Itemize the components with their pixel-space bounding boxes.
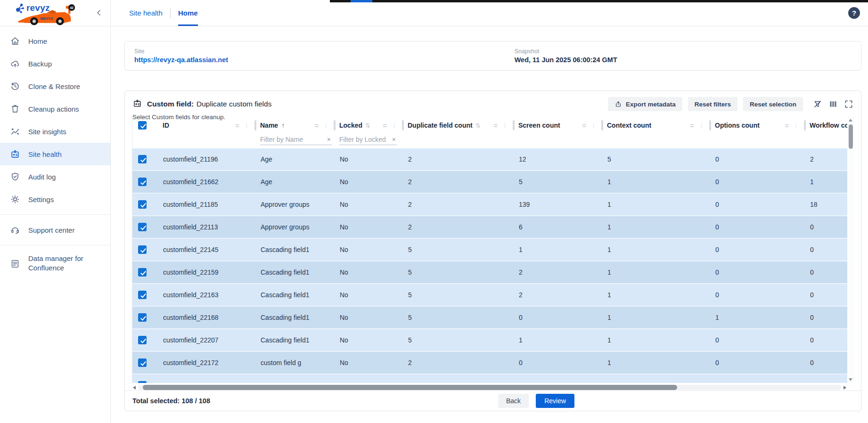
table-row[interactable]: customfield_21662 Age No 2 5 1 0 1	[132, 171, 847, 194]
columns-icon[interactable]	[828, 99, 838, 109]
row-checkbox[interactable]	[138, 268, 147, 277]
column-menu-icon[interactable]: ⋮	[590, 122, 597, 129]
row-checkbox[interactable]	[138, 291, 147, 299]
horizontal-scrollbar[interactable]	[132, 384, 847, 391]
row-checkbox[interactable]	[138, 381, 147, 383]
cell-locked: No	[334, 194, 402, 215]
cell-workflow-count: 0	[804, 284, 847, 306]
table-row[interactable]: customfield_21196 Age No 2 12 5 0 2	[132, 148, 847, 171]
horizontal-scroll-thumb[interactable]	[143, 385, 677, 390]
sidebar-item-site-insights[interactable]: Site insights	[0, 120, 110, 143]
locked-filter-input[interactable]	[339, 136, 385, 143]
column-menu-icon[interactable]: ⋮	[391, 122, 397, 129]
header-screen-count[interactable]: Screen count =⋮	[513, 117, 601, 134]
name-filter-input[interactable]	[260, 136, 321, 143]
table-row[interactable]: customfield_22113 Approver groups No 2 6…	[132, 216, 847, 239]
sort-ascending-icon[interactable]: ↑	[281, 122, 285, 129]
clear-filter-icon[interactable]: ×	[392, 136, 397, 143]
row-checkbox[interactable]	[138, 200, 147, 209]
column-menu-icon[interactable]: ⋮	[793, 122, 799, 129]
sidebar-item-audit-log[interactable]: Audit log	[0, 165, 110, 188]
column-menu-icon[interactable]: ⋮	[244, 122, 250, 129]
table-row[interactable]: customfield_22145 Cascading field1 No 5 …	[132, 239, 847, 261]
question-icon: ?	[852, 9, 856, 17]
sort-both-icon[interactable]: ⇅	[365, 122, 370, 129]
row-checkbox-cell	[132, 329, 157, 351]
header-id[interactable]: ID =⋮	[157, 117, 254, 134]
table-row[interactable]: customfield_22163 Cascading field1 No 5 …	[132, 284, 847, 307]
tab-home[interactable]: Home	[178, 0, 198, 26]
horizontal-scroll-track[interactable]	[138, 385, 841, 390]
table-row[interactable]: customfield_22172 custom field g No 2 0 …	[132, 352, 847, 374]
header-locked[interactable]: Locked ⇅ =⋮	[334, 117, 402, 134]
back-button[interactable]: Back	[498, 394, 529, 408]
column-menu-icon[interactable]: ⋮	[698, 122, 704, 129]
table-row[interactable]	[132, 374, 847, 383]
vertical-scrollbar[interactable]	[848, 117, 854, 383]
row-checkbox-cell	[132, 216, 157, 238]
tab-site-health[interactable]: Site health	[129, 0, 163, 26]
sidebar-item-clone-restore[interactable]: Clone & Restore	[0, 75, 110, 98]
header-duplicate-field-count[interactable]: Duplicate field count ⇅ =⋮	[402, 117, 513, 134]
sidebar-collapse-button[interactable]	[93, 8, 105, 19]
row-checkbox[interactable]	[138, 313, 147, 322]
table-row[interactable]: customfield_22159 Cascading field1 No 5 …	[132, 261, 847, 284]
column-resize-handle[interactable]: =	[785, 122, 789, 130]
sidebar-item-support-center[interactable]: Support center	[0, 219, 110, 241]
sidebar-item-backup[interactable]: Backup	[0, 52, 110, 75]
column-resize-handle[interactable]: =	[383, 122, 387, 130]
scroll-down-arrow-icon[interactable]	[849, 378, 852, 381]
column-menu-icon[interactable]: ⋮	[502, 122, 508, 129]
vertical-scroll-thumb[interactable]	[849, 124, 853, 149]
table-row[interactable]: customfield_21185 Approver groups No 2 1…	[132, 194, 847, 216]
home-icon	[10, 36, 20, 46]
snapshot-label: Snapshot	[515, 48, 617, 55]
scroll-up-arrow-icon[interactable]	[849, 119, 852, 122]
cell-name: Cascading field1	[254, 239, 334, 260]
scroll-left-arrow-icon[interactable]	[133, 386, 136, 390]
reset-filters-button[interactable]: Reset filters	[688, 97, 737, 111]
column-resize-handle[interactable]: =	[235, 122, 239, 130]
site-url-link[interactable]: https://revyz-qa.atlassian.net	[134, 56, 515, 64]
select-all-checkbox[interactable]	[138, 121, 147, 130]
tab-separator	[170, 8, 171, 18]
cell-locked: No	[334, 284, 402, 306]
sidebar-item-data-manager-confluence[interactable]: Data manager for Confluence	[0, 249, 110, 277]
table-row[interactable]: customfield_22168 Cascading field1 No 5 …	[132, 307, 847, 329]
sidebar-item-site-health[interactable]: Site health	[0, 143, 110, 165]
column-resize-handle[interactable]: =	[690, 122, 694, 130]
row-checkbox[interactable]	[138, 223, 147, 231]
row-checkbox[interactable]	[138, 245, 147, 254]
header-workflow-count[interactable]: Workflow count	[804, 117, 847, 134]
sidebar-item-settings[interactable]: Settings	[0, 188, 110, 211]
sidebar-item-cleanup-actions[interactable]: Cleanup actions	[0, 98, 110, 120]
column-resize-handle[interactable]: =	[582, 122, 586, 130]
cell-options-count: 0	[709, 239, 804, 260]
help-button[interactable]: ?	[848, 7, 860, 19]
expand-icon[interactable]	[844, 99, 853, 109]
chevron-left-icon	[94, 8, 104, 17]
scroll-right-arrow-icon[interactable]	[843, 386, 846, 390]
column-resize-handle[interactable]: =	[493, 122, 498, 130]
row-checkbox[interactable]	[138, 336, 147, 344]
sidebar-item-label: Support center	[28, 226, 74, 234]
header-name[interactable]: Name ↑ =⋮	[254, 117, 334, 134]
sort-both-icon[interactable]: ⇅	[475, 122, 481, 129]
cell-workflow-count: 0	[804, 216, 847, 238]
row-checkbox[interactable]	[138, 358, 147, 367]
header-options-count[interactable]: Options count =⋮	[709, 117, 804, 134]
export-metadata-button[interactable]: Export metadata	[608, 97, 682, 111]
table-row[interactable]: customfield_22207 Cascading field1 No 5 …	[132, 329, 847, 352]
review-button[interactable]: Review	[536, 394, 574, 408]
clear-filter-icon[interactable]: ×	[327, 136, 332, 143]
column-resize-handle[interactable]: =	[314, 122, 319, 130]
cell-screen-count: 2	[513, 284, 601, 306]
column-menu-icon[interactable]: ⋮	[323, 122, 329, 129]
row-checkbox[interactable]	[138, 178, 147, 186]
header-context-count[interactable]: Context count =⋮	[601, 117, 709, 134]
filter-off-icon[interactable]	[813, 99, 822, 109]
row-checkbox-cell	[132, 261, 157, 283]
row-checkbox[interactable]	[138, 155, 147, 163]
sidebar-item-home[interactable]: Home	[0, 30, 110, 52]
reset-selection-button[interactable]: Reset selection	[743, 97, 803, 111]
